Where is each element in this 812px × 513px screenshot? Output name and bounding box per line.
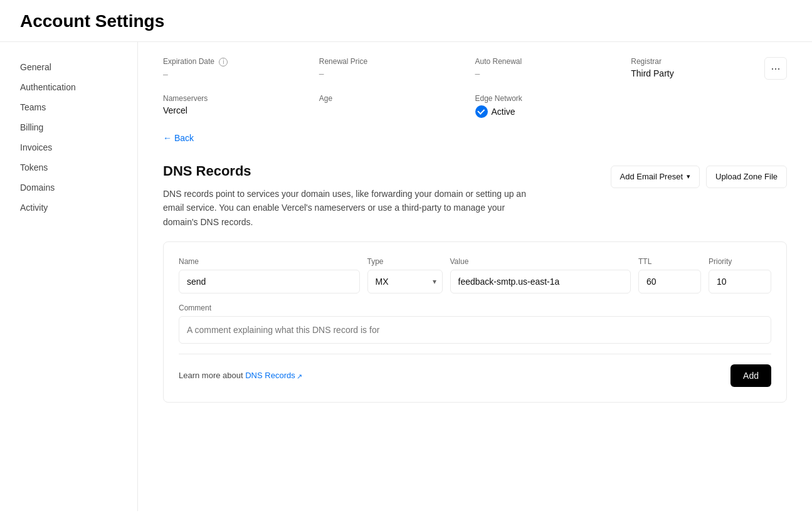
priority-input[interactable]	[709, 270, 771, 294]
domain-info: Expiration Date i – Renewal Price – Auto…	[163, 57, 787, 118]
ttl-col: TTL	[638, 257, 701, 294]
main-content: ··· Expiration Date i – Renewal Price – …	[138, 42, 812, 511]
type-col: Type MX A AAAA CNAME TXT SRV NS CAA ▾	[367, 257, 443, 294]
nameservers-field: Nameservers Vercel	[163, 94, 319, 118]
name-label: Name	[179, 257, 360, 266]
auto-renewal-value: –	[475, 68, 631, 78]
dns-description: DNS records point to services your domai…	[163, 187, 527, 229]
top-actions: ···	[764, 57, 787, 80]
sidebar-item-authentication[interactable]: Authentication	[0, 77, 137, 97]
type-select[interactable]: MX A AAAA CNAME TXT SRV NS CAA	[367, 270, 443, 294]
info-icon[interactable]: i	[219, 58, 228, 66]
auto-renewal-label: Auto Renewal	[475, 57, 631, 66]
add-email-preset-label: Add Email Preset	[620, 172, 683, 181]
type-label: Type	[367, 257, 443, 266]
page-title: Account Settings	[20, 11, 792, 31]
upload-zone-file-button[interactable]: Upload Zone File	[706, 166, 787, 188]
dns-form-row: Name Type MX A AAAA CNAME TXT SRV NS	[179, 257, 771, 294]
priority-label: Priority	[709, 257, 771, 266]
name-input[interactable]	[179, 270, 360, 294]
active-badge: Active	[475, 105, 631, 118]
ttl-input[interactable]	[638, 270, 701, 294]
type-select-wrap: MX A AAAA CNAME TXT SRV NS CAA ▾	[367, 270, 443, 294]
learn-more: Learn more about DNS Records↗	[179, 371, 302, 380]
comment-input[interactable]	[179, 316, 771, 344]
dns-title-desc: DNS Records DNS records point to service…	[163, 163, 527, 229]
active-label: Active	[492, 107, 515, 117]
value-input[interactable]	[450, 270, 631, 294]
sidebar: General Authentication Teams Billing Inv…	[0, 42, 138, 511]
edge-network-field: Edge Network Active	[475, 94, 631, 118]
expiration-date-label: Expiration Date i	[163, 57, 319, 66]
edge-network-label: Edge Network	[475, 94, 631, 103]
back-link[interactable]: ← Back	[163, 133, 194, 143]
page-header: Account Settings	[0, 0, 812, 42]
layout: General Authentication Teams Billing Inv…	[0, 42, 812, 511]
external-link-icon: ↗	[297, 373, 302, 380]
dns-header: DNS Records DNS records point to service…	[163, 163, 787, 229]
comment-row: Comment	[179, 304, 771, 344]
dns-form-card: Name Type MX A AAAA CNAME TXT SRV NS	[163, 241, 787, 403]
name-col: Name	[179, 257, 360, 294]
registrar-value: Third Party	[631, 68, 787, 78]
nameservers-label: Nameservers	[163, 94, 319, 103]
value-label: Value	[450, 257, 631, 266]
dns-section-title: DNS Records	[163, 163, 527, 179]
renewal-price-value: –	[319, 68, 475, 78]
auto-renewal-field: Auto Renewal –	[475, 57, 631, 79]
renewal-price-label: Renewal Price	[319, 57, 475, 66]
sidebar-item-teams[interactable]: Teams	[0, 97, 137, 117]
dns-records-link[interactable]: DNS Records↗	[245, 371, 302, 380]
registrar-field: Registrar Third Party	[631, 57, 787, 79]
active-dot-icon	[475, 105, 488, 118]
more-button[interactable]: ···	[764, 57, 787, 80]
sidebar-item-billing[interactable]: Billing	[0, 117, 137, 137]
expiration-date-value: –	[163, 69, 319, 79]
card-footer: Learn more about DNS Records↗ Add	[179, 354, 771, 387]
add-email-preset-button[interactable]: Add Email Preset ▾	[611, 166, 700, 188]
dns-actions: Add Email Preset ▾ Upload Zone File	[611, 166, 787, 188]
registrar-label: Registrar	[631, 57, 787, 66]
sidebar-item-domains[interactable]: Domains	[0, 177, 137, 198]
add-button[interactable]: Add	[730, 364, 771, 387]
renewal-price-field: Renewal Price –	[319, 57, 475, 79]
priority-col: Priority	[709, 257, 771, 294]
comment-label: Comment	[179, 304, 771, 312]
sidebar-item-general[interactable]: General	[0, 57, 137, 77]
expiration-date-field: Expiration Date i –	[163, 57, 319, 79]
nameservers-value: Vercel	[163, 105, 319, 115]
age-label: Age	[319, 94, 475, 103]
value-col: Value	[450, 257, 631, 294]
ttl-label: TTL	[638, 257, 701, 266]
sidebar-item-invoices[interactable]: Invoices	[0, 137, 137, 157]
age-field: Age	[319, 94, 475, 118]
sidebar-item-activity[interactable]: Activity	[0, 198, 137, 218]
ellipsis-icon: ···	[771, 62, 780, 75]
chevron-down-icon: ▾	[687, 172, 690, 181]
sidebar-item-tokens[interactable]: Tokens	[0, 157, 137, 177]
